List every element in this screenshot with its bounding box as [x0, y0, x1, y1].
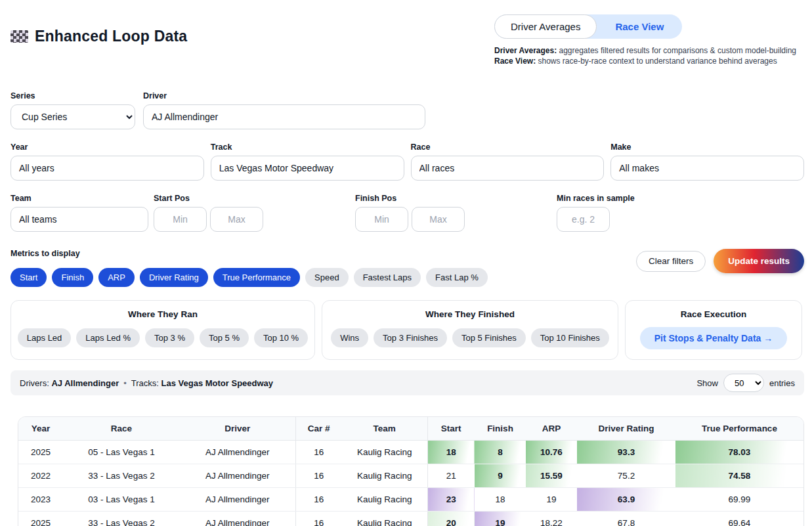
card-chip-top-3[interactable]: Top 3 % [145, 328, 194, 347]
checkered-flag-icon [11, 30, 28, 43]
table-row: 202233 - Las Vegas 2AJ Allmendinger16Kau… [18, 464, 803, 488]
metric-chip-driver-rating[interactable]: Driver Rating [140, 268, 208, 287]
cell-true-performance: 69.99 [675, 488, 803, 512]
card-chip-laps-led[interactable]: Laps Led % [76, 328, 140, 347]
cell-team: Kaulig Racing [342, 488, 427, 512]
metric-group-cards: Where They Ran Laps LedLaps Led %Top 3 %… [11, 300, 804, 360]
cell-driver-rating: 63.9 [577, 488, 675, 512]
cell-race: 33 - Las Vegas 2 [63, 512, 180, 526]
race-input[interactable] [411, 156, 605, 181]
card-title: Where They Ran [18, 309, 308, 319]
clear-filters-button[interactable]: Clear filters [636, 251, 706, 272]
card-chip-top-5[interactable]: Top 5 % [200, 328, 249, 347]
tab-driver-averages[interactable]: Driver Averages [494, 14, 597, 39]
cell-arp: 19 [526, 488, 577, 512]
filter-row-3: Team Start Pos Finish Pos Min races in s… [11, 194, 804, 232]
track-label: Track [211, 142, 404, 152]
series-select[interactable]: Cup Series [11, 104, 135, 129]
cell-year: 2025 [18, 512, 63, 526]
card-chip-top-10-finishes[interactable]: Top 10 Finishes [531, 328, 609, 347]
column-header-car: Car # [295, 417, 342, 441]
entries-label: entries [769, 378, 795, 388]
card-chips: WinsTop 3 FinishesTop 5 FinishesTop 10 F… [329, 328, 611, 347]
card-chip-laps-led[interactable]: Laps Led [18, 328, 72, 347]
race-view-description: Race View: shows race-by-race context to… [494, 56, 804, 66]
cell-driver-rating: 93.3 [577, 441, 675, 464]
make-input[interactable] [610, 156, 804, 181]
card-chip-top-10[interactable]: Top 10 % [254, 328, 308, 347]
filter-summary-text: Drivers: AJ Allmendinger•Tracks: Las Veg… [20, 378, 273, 388]
cell-driver-rating: 67.8 [577, 512, 675, 526]
tab-race-view[interactable]: Race View [597, 14, 682, 39]
cell-race: 05 - Las Vegas 1 [63, 441, 180, 464]
finish-pos-label: Finish Pos [355, 194, 465, 203]
cell-team: Kaulig Racing [342, 512, 427, 526]
cell-finish: 19 [475, 512, 526, 526]
driver-input[interactable] [143, 104, 425, 129]
summary-track-value: Las Vegas Motor Speedway [161, 378, 274, 388]
cell-driver: AJ Allmendinger [180, 441, 295, 464]
metric-chip-finish[interactable]: Finish [52, 268, 93, 287]
table-row: 202533 - Las Vegas 2AJ Allmendinger16Kau… [18, 512, 803, 526]
cell-arp: 18.22 [526, 512, 577, 526]
table-row: 202303 - Las Vegas 1AJ Allmendinger16Kau… [18, 488, 803, 512]
card-where-they-ran: Where They Ran Laps LedLaps Led %Top 3 %… [11, 300, 315, 360]
metrics-section: Metrics to display StartFinishARPDriver … [11, 249, 804, 287]
metric-chip-fast-lap[interactable]: Fast Lap % [426, 268, 488, 287]
summary-driver-value: AJ Allmendinger [51, 378, 119, 388]
year-label: Year [11, 142, 204, 152]
team-label: Team [11, 194, 148, 203]
header: Enhanced Loop Data Driver Averages Race … [11, 0, 804, 66]
card-title: Race Execution [632, 309, 795, 319]
cell-year: 2025 [18, 441, 63, 464]
metric-chip-speed[interactable]: Speed [305, 268, 349, 287]
team-input[interactable] [11, 207, 148, 232]
column-header-arp: ARP [526, 417, 577, 441]
metric-chip-start[interactable]: Start [11, 268, 47, 287]
cell-driver: AJ Allmendinger [180, 488, 295, 512]
min-races-label: Min races in sample [557, 194, 642, 203]
page: Enhanced Loop Data Driver Averages Race … [0, 0, 812, 526]
cell-finish: 18 [475, 488, 526, 512]
card-where-they-finished: Where They Finished WinsTop 3 FinishesTo… [322, 300, 618, 360]
cell-true-performance: 74.58 [675, 464, 803, 488]
card-chip-top-3-finishes[interactable]: Top 3 Finishes [374, 328, 447, 347]
page-size-select[interactable]: 50 [723, 374, 764, 392]
tab-descriptions: Driver Averages: aggregates filtered res… [494, 45, 804, 66]
card-title: Where They Finished [329, 309, 611, 319]
column-header-finish: Finish [475, 417, 526, 441]
finish-pos-min-input[interactable] [355, 207, 408, 232]
cell-car: 16 [295, 512, 342, 526]
year-input[interactable] [11, 156, 204, 181]
filter-row-1: Series Cup Series Driver [11, 91, 804, 129]
results-table-container: YearRaceDriverCar #TeamStartFinishARPDri… [18, 416, 804, 526]
table-header: YearRaceDriverCar #TeamStartFinishARPDri… [18, 417, 803, 441]
cell-driver-rating: 75.2 [577, 464, 675, 488]
track-input[interactable] [211, 156, 404, 181]
finish-pos-max-input[interactable] [412, 207, 465, 232]
cell-car: 16 [295, 488, 342, 512]
table-body: 202505 - Las Vegas 1AJ Allmendinger16Kau… [18, 441, 803, 526]
metric-chip-arp[interactable]: ARP [98, 268, 135, 287]
column-header-team: Team [342, 417, 427, 441]
cell-car: 16 [295, 464, 342, 488]
table-header-row: YearRaceDriverCar #TeamStartFinishARPDri… [18, 417, 803, 441]
results-table: YearRaceDriverCar #TeamStartFinishARPDri… [18, 417, 803, 526]
card-chip-wins[interactable]: Wins [331, 328, 368, 347]
card-race-execution: Race Execution Pit Stops & Penalty Data … [625, 300, 802, 360]
summary-bar: Drivers: AJ Allmendinger•Tracks: Las Veg… [11, 370, 804, 395]
update-results-button[interactable]: Update results [714, 249, 804, 273]
metric-chip-fastest-laps[interactable]: Fastest Laps [354, 268, 421, 287]
cell-car: 16 [295, 441, 342, 464]
min-races-input[interactable] [557, 207, 610, 232]
pit-stops-penalty-data-button[interactable]: Pit Stops & Penalty Data → [640, 327, 787, 349]
card-chip-top-5-finishes[interactable]: Top 5 Finishes [452, 328, 526, 347]
driver-averages-description: Driver Averages: aggregates filtered res… [494, 45, 804, 56]
cell-finish: 8 [475, 441, 526, 464]
start-pos-min-input[interactable] [154, 207, 207, 232]
cell-start: 23 [427, 488, 475, 512]
start-pos-max-input[interactable] [210, 207, 263, 232]
column-header-start: Start [427, 417, 475, 441]
metric-chip-true-performance[interactable]: True Performance [213, 268, 300, 287]
cell-start: 20 [427, 512, 475, 526]
